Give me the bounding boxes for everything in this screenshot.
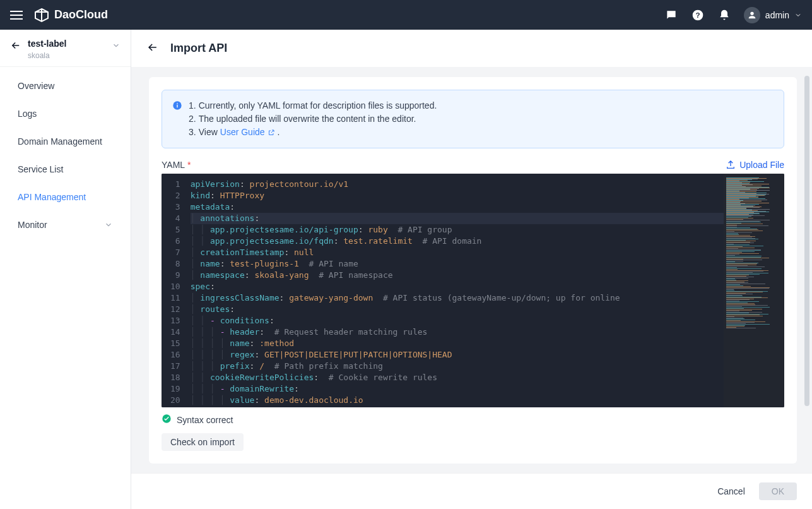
- sidebar-back-button[interactable]: [10, 40, 21, 53]
- editor-minimap[interactable]: [724, 174, 784, 407]
- sidebar-item-api-management[interactable]: API Management: [0, 183, 131, 211]
- yaml-label: YAML: [162, 160, 185, 170]
- svg-rect-4: [177, 105, 177, 108]
- content-scrollbar[interactable]: [804, 76, 809, 464]
- info-icon: [172, 100, 182, 139]
- daocloud-logo-icon: [34, 8, 49, 23]
- svg-rect-5: [177, 103, 177, 104]
- page-back-button[interactable]: [146, 41, 159, 56]
- avatar: [744, 7, 760, 23]
- user-name: admin: [765, 10, 789, 20]
- yaml-editor[interactable]: 1234567891011121314151617181920 apiVersi…: [162, 174, 784, 407]
- user-menu[interactable]: admin: [744, 7, 802, 23]
- menu-toggle-button[interactable]: [10, 11, 23, 20]
- messages-icon[interactable]: [664, 8, 678, 22]
- sidebar-item-overview[interactable]: Overview: [0, 72, 131, 100]
- sidebar-title: test-label: [28, 39, 105, 49]
- success-icon: [162, 414, 172, 426]
- upload-file-button[interactable]: Upload File: [726, 160, 784, 170]
- sidebar-item-service-list[interactable]: Service List: [0, 155, 131, 183]
- sidebar-item-domain-management[interactable]: Domain Management: [0, 128, 131, 155]
- chevron-down-icon: [104, 220, 113, 229]
- sidebar-expand-button[interactable]: [112, 41, 121, 52]
- chevron-down-icon: [794, 11, 802, 19]
- page-title: Import API: [170, 42, 227, 55]
- notifications-icon[interactable]: [717, 8, 731, 22]
- help-icon[interactable]: ?: [691, 8, 705, 22]
- syntax-status: Syntax correct: [177, 415, 233, 425]
- brand-name: DaoCloud: [54, 8, 108, 21]
- svg-point-2: [750, 11, 753, 15]
- check-on-import-button[interactable]: Check on import: [162, 433, 244, 451]
- svg-text:?: ?: [695, 11, 700, 19]
- sidebar-subtitle: skoala: [28, 51, 105, 60]
- cancel-button[interactable]: Cancel: [714, 482, 749, 500]
- ok-button[interactable]: OK: [759, 482, 797, 500]
- upload-icon: [726, 160, 736, 170]
- info-alert: 1. Currently, only YAML format for descr…: [162, 90, 784, 148]
- brand-logo: DaoCloud: [34, 8, 108, 23]
- user-guide-link[interactable]: User Guide: [220, 126, 275, 139]
- sidebar-item-logs[interactable]: Logs: [0, 100, 131, 128]
- required-asterisk: *: [187, 160, 191, 170]
- external-link-icon: [268, 129, 275, 136]
- sidebar-item-monitor[interactable]: Monitor: [0, 211, 131, 239]
